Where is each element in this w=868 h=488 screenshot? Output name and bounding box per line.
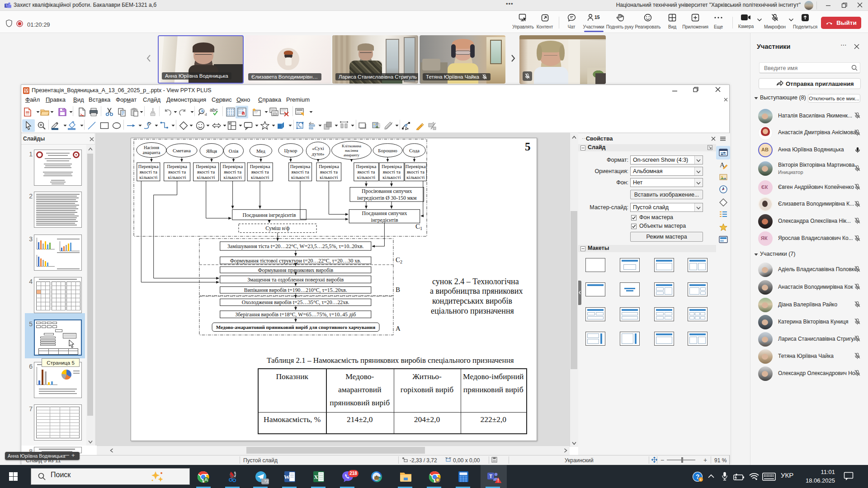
svg-text:Перевірка: Перевірка: [138, 164, 159, 169]
svg-text:Медово-амарантовий пряниковий: Медово-амарантовий пряниковий виріб для …: [216, 324, 376, 330]
svg-text:«Сухі: «Сухі: [312, 145, 324, 151]
svg-text:Перевірка: Перевірка: [250, 164, 270, 169]
svg-text:кількості: кількості: [406, 175, 425, 180]
svg-text:T: T: [5, 4, 8, 7]
svg-text:Формування тістової структури: Формування тістової структури t=20…22°С,…: [230, 258, 361, 264]
svg-text:кількості: кількості: [197, 175, 215, 180]
svg-text:Перевірка: Перевірка: [406, 164, 426, 169]
svg-text:Просіювання сипучих: Просіювання сипучих: [362, 188, 412, 194]
svg-text:інгредієнтів Ø 30-150 мкм: інгредієнтів Ø 30-150 мкм: [357, 195, 417, 201]
svg-text:Перевірка: Перевірка: [290, 164, 311, 169]
svg-text:Охолодження виробів t=25…35°С,: Охолодження виробів t=25…35°С, τ=20…22хв…: [242, 299, 349, 305]
svg-text:Змащення та оздоблення поверхн: Змащення та оздоблення поверхні виробів: [247, 277, 344, 283]
svg-text:С2: С2: [396, 256, 402, 264]
svg-text:Перевірка: Перевірка: [356, 164, 377, 169]
svg-text:амаранта: амаранта: [143, 150, 160, 155]
svg-text:Перевірка: Перевірка: [196, 164, 216, 169]
svg-text:Цукор: Цукор: [284, 148, 297, 153]
svg-text:якості та: якості та: [224, 169, 241, 174]
svg-text:Перевірка: Перевірка: [167, 164, 187, 169]
svg-text:Поєднання сипучих: Поєднання сипучих: [362, 210, 407, 216]
svg-text:В: В: [396, 286, 400, 293]
svg-text:якості та: якості та: [383, 169, 401, 174]
svg-text:якості та: якості та: [140, 169, 157, 174]
svg-text:кількості: кількості: [168, 175, 186, 180]
svg-text:Перевірка: Перевірка: [222, 164, 243, 169]
svg-text:Сода: Сода: [409, 148, 420, 153]
svg-text:5: 5: [525, 141, 531, 153]
svg-text:якості та: якості та: [251, 169, 269, 174]
svg-text:Замішування тіста t=20…22°С, W: Замішування тіста t=20…22°С, W=23,5…25,5…: [227, 243, 363, 249]
svg-text:X: X: [314, 474, 318, 480]
svg-text:Сметана: Сметана: [173, 148, 191, 153]
svg-text:Перевірка: Перевірка: [382, 164, 402, 169]
svg-text:Поєднання інгредієнтів: Поєднання інгредієнтів: [242, 212, 296, 218]
svg-text:Клітковина: Клітковина: [342, 144, 361, 148]
svg-text:a: a: [202, 108, 203, 113]
svg-text:А: А: [396, 325, 401, 332]
svg-text:якості та: якості та: [357, 169, 375, 174]
svg-text:якості та: якості та: [197, 169, 215, 174]
svg-text:інгредієнтів: інгредієнтів: [371, 217, 398, 223]
svg-text:d: d: [205, 112, 207, 117]
svg-text:кількості: кількості: [251, 175, 269, 180]
svg-text:Формування пряникових виробів: Формування пряникових виробів: [258, 267, 333, 273]
svg-text:насіння: насіння: [345, 148, 358, 153]
svg-text:Борошно: Борошно: [378, 148, 397, 153]
svg-text:кількості: кількості: [291, 175, 309, 180]
svg-text:духи»: духи»: [312, 151, 325, 156]
svg-text:кількості: кількості: [224, 175, 242, 180]
svg-text:Насіння: Насіння: [144, 145, 160, 150]
svg-text:Випікання виробів t=190…210°С,: Випікання виробів t=190…210°С, τ=15..20х…: [244, 287, 347, 293]
svg-text:кількості: кількості: [139, 175, 157, 180]
svg-text:Зберігання виробів t=18°С, W=6: Зберігання виробів t=18°С, W=65…75%, τ=1…: [235, 311, 356, 318]
svg-text:!: !: [497, 478, 499, 483]
svg-text:T: T: [489, 474, 492, 479]
svg-text:якості та: якості та: [168, 169, 186, 174]
svg-text:15: 15: [594, 14, 600, 20]
svg-text:W: W: [284, 474, 290, 480]
svg-text:С1: С1: [415, 223, 422, 231]
svg-text:кількості: кількості: [382, 175, 401, 180]
svg-text:якості та: якості та: [292, 169, 309, 174]
svg-text:i: i: [700, 478, 701, 482]
svg-text:Яйця: Яйця: [206, 148, 217, 154]
svg-text:Олія: Олія: [229, 148, 239, 154]
svg-text:якості та: якості та: [407, 169, 425, 174]
svg-text:кількості: кількості: [320, 175, 338, 180]
svg-text:Мед: Мед: [256, 148, 265, 154]
svg-text:Суміш н/ф: Суміш н/ф: [265, 225, 290, 231]
svg-text:кількості: кількості: [357, 175, 375, 180]
svg-text:амаранту: амаранту: [344, 153, 360, 157]
svg-text:якості та: якості та: [320, 169, 338, 174]
svg-text:Перевірка: Перевірка: [319, 164, 339, 169]
